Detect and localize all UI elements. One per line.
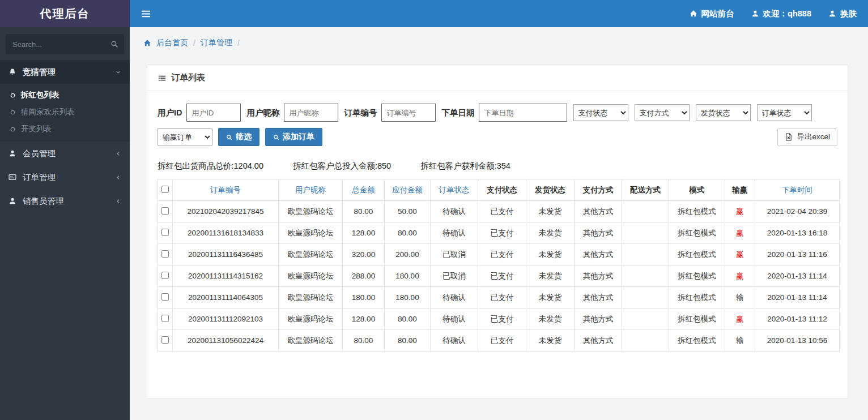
panel-body: 用户ID 用户昵称 订单编号 下单日期 [147, 91, 848, 398]
row-checkbox[interactable] [161, 315, 169, 322]
cell-time: 2020-01-13 11:16 [755, 244, 840, 265]
cell-nickname: 欧皇源码论坛 [279, 201, 343, 222]
sidebar-item-salesperson-management[interactable]: 销售员管理 [0, 189, 130, 213]
cell-pay_status: 已支付 [478, 287, 526, 308]
card-icon [8, 173, 16, 181]
nickname-input[interactable] [284, 104, 338, 122]
cell-ship_status: 未发货 [526, 201, 575, 222]
order-no-input[interactable] [381, 104, 436, 122]
topbar-link-welcome[interactable]: 欢迎：qh888 [751, 8, 811, 19]
sidebar-search [6, 34, 124, 54]
select-all-checkbox[interactable] [161, 186, 169, 193]
sidebar-subitem-label: 拆红包列表 [21, 90, 59, 100]
sidebar-item-order-management[interactable]: 订单管理 [0, 165, 130, 189]
row-checkbox-cell [158, 244, 173, 265]
cell-payable: 80.00 [385, 222, 431, 244]
order-date-input[interactable] [479, 104, 567, 122]
row-checkbox-cell [158, 308, 173, 330]
table-row: 202001131618134833欧皇源码论坛128.0080.00待确认已支… [158, 222, 840, 244]
cell-payable: 80.00 [385, 308, 431, 330]
sidebar-item-member-management[interactable]: 会员管理 [0, 142, 130, 165]
cell-delivery [622, 244, 669, 265]
cell-mode: 拆红包模式 [669, 222, 725, 244]
sidebar-search-input[interactable] [6, 34, 124, 54]
cell-nickname: 欧皇源码论坛 [279, 308, 343, 330]
cell-time: 2021-02-04 20:39 [755, 201, 840, 222]
add-order-button[interactable]: 添加订单 [265, 128, 322, 146]
table-row: 202001131056022424欧皇源码论坛80.0080.00待确认已支付… [158, 330, 840, 352]
home-icon [143, 39, 151, 47]
cell-mode: 拆红包模式 [669, 265, 725, 287]
cell-win: 赢 [725, 244, 755, 265]
column-header-order_no[interactable]: 订单编号 [173, 179, 279, 201]
cell-total: 320.00 [343, 244, 385, 265]
sidebar-toggle-button[interactable] [141, 9, 151, 19]
column-header-pay_status: 支付状态 [478, 179, 526, 201]
cell-order_status: 待确认 [431, 287, 478, 308]
user-icon [751, 10, 759, 18]
cell-nickname: 欧皇源码论坛 [279, 222, 343, 244]
add-order-button-label: 添加订单 [283, 132, 314, 142]
column-header-order_status[interactable]: 订单状态 [431, 179, 478, 201]
sidebar-subitem-red-packet-list[interactable]: 拆红包列表 [0, 87, 130, 104]
column-header-payable[interactable]: 应付金额 [385, 179, 431, 201]
column-header-pay_method: 支付方式 [575, 179, 622, 201]
topbar-link-change-skin[interactable]: 换肤 [828, 8, 857, 19]
user-id-input[interactable] [186, 104, 241, 122]
topbar-link-site-front[interactable]: 网站前台 [690, 8, 734, 19]
column-header-mode: 模式 [669, 179, 725, 201]
breadcrumb-separator: / [193, 38, 195, 48]
cell-order_no: 202001131056022424 [173, 330, 279, 352]
breadcrumb-current-link[interactable]: 订单管理 [201, 38, 232, 48]
cell-delivery [622, 330, 669, 352]
cell-time: 2020-01-13 11:14 [755, 265, 840, 287]
search-icon[interactable] [110, 40, 118, 48]
cell-mode: 拆红包模式 [669, 201, 725, 222]
column-header-nickname[interactable]: 用户昵称 [279, 179, 343, 201]
pay-method-select[interactable]: 支付方式 [635, 104, 690, 121]
sidebar-subitem-lottery-list[interactable]: 开奖列表 [0, 121, 130, 138]
sidebar-subitem-family-fun-list[interactable]: 猜阖家欢乐列表 [0, 104, 130, 121]
row-checkbox-cell [158, 265, 173, 287]
order-table-head-row: 订单编号用户昵称总金额应付金额订单状态支付状态发货状态支付方式配送方式模式输赢下… [158, 179, 840, 201]
cell-win: 输 [725, 287, 755, 308]
brand: 代理后台 [0, 0, 130, 27]
cell-payable: 180.00 [385, 287, 431, 308]
column-header-total[interactable]: 总金额 [343, 179, 385, 201]
row-checkbox[interactable] [161, 336, 169, 344]
win-loss-select[interactable]: 输赢订单 [158, 128, 212, 145]
column-header-time[interactable]: 下单时间 [755, 179, 840, 201]
filter-button[interactable]: 筛选 [218, 128, 259, 146]
export-excel-button[interactable]: 导出excel [777, 128, 837, 146]
sidebar-subitem-label: 猜阖家欢乐列表 [21, 107, 75, 117]
cell-order_status: 待确认 [431, 330, 478, 352]
export-excel-label: 导出excel [797, 132, 830, 142]
pay-status-select[interactable]: 支付状态 [573, 104, 628, 121]
cell-nickname: 欧皇源码论坛 [279, 244, 343, 265]
cell-ship_status: 未发货 [526, 244, 575, 265]
ship-status-select[interactable]: 发货状态 [696, 104, 751, 121]
user-icon [828, 10, 836, 18]
cell-ship_status: 未发货 [526, 287, 575, 308]
order-status-select[interactable]: 订单状态 [757, 104, 812, 121]
list-icon [158, 74, 166, 82]
row-checkbox[interactable] [161, 229, 169, 236]
row-checkbox[interactable] [161, 272, 169, 279]
cell-pay_method: 其他方式 [575, 330, 622, 352]
row-checkbox[interactable] [161, 207, 169, 215]
bell-icon [8, 68, 16, 76]
row-checkbox[interactable] [161, 293, 169, 301]
circle-icon [10, 126, 16, 132]
filter-field-user-id: 用户ID [158, 104, 241, 122]
cell-pay_status: 已支付 [478, 265, 526, 287]
cell-order_status: 待确认 [431, 201, 478, 222]
select-all-header-cell [158, 179, 173, 201]
filter-button-label: 筛选 [236, 132, 252, 142]
breadcrumb-home-link[interactable]: 后台首页 [156, 38, 188, 48]
sidebar-item-quiz-management[interactable]: 竞猜管理 [0, 60, 130, 84]
cell-pay_method: 其他方式 [575, 244, 622, 265]
row-checkbox[interactable] [161, 250, 169, 258]
cell-mode: 拆红包模式 [669, 287, 725, 308]
cell-pay_status: 已支付 [478, 201, 526, 222]
cell-total: 80.00 [343, 330, 385, 352]
